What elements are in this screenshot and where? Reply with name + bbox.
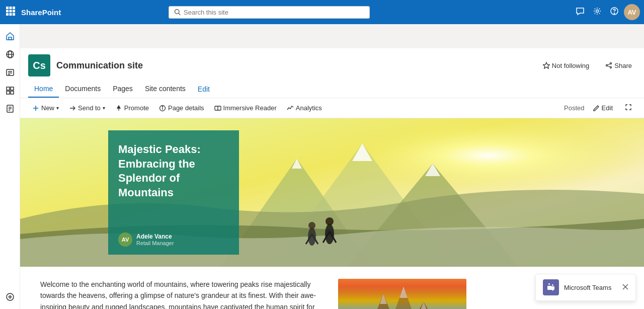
- svg-point-34: [610, 63, 612, 64]
- svg-line-10: [179, 13, 180, 15]
- share-label: Share: [614, 62, 632, 69]
- svg-rect-25: [11, 91, 14, 94]
- author-info: Adele Vance Retail Manager: [136, 233, 174, 246]
- search-input[interactable]: [184, 9, 364, 16]
- nav-item-site-contents[interactable]: Site contents: [139, 81, 192, 98]
- author-avatar: AV: [118, 233, 132, 247]
- svg-point-35: [610, 67, 612, 68]
- svg-rect-4: [10, 10, 12, 12]
- settings-icon[interactable]: [590, 4, 605, 21]
- content-image: [338, 279, 466, 309]
- page-details-button[interactable]: Page details: [155, 102, 208, 114]
- site-title-row: Cs Communication site Not following: [28, 54, 636, 76]
- svg-rect-7: [10, 13, 12, 16]
- svg-rect-24: [7, 91, 10, 94]
- star-icon: [543, 62, 550, 69]
- analytics-label: Analytics: [296, 104, 322, 112]
- nav-item-edit[interactable]: Edit: [192, 81, 216, 97]
- edit-button[interactable]: Edit: [589, 102, 617, 114]
- svg-rect-8: [13, 13, 15, 16]
- send-to-label: Send to: [78, 104, 101, 112]
- site-name: Communication site: [56, 60, 143, 71]
- immersive-reader-button[interactable]: Immersive Reader: [210, 102, 281, 114]
- svg-line-38: [608, 66, 610, 67]
- svg-point-56: [308, 222, 315, 229]
- teams-logo: [543, 279, 559, 295]
- send-icon: [69, 105, 76, 112]
- nav-item-documents[interactable]: Documents: [59, 81, 107, 98]
- svg-rect-2: [13, 7, 15, 9]
- edit-icon: [593, 105, 600, 112]
- hero-card: Majestic Peaks: Embracing the Splendor o…: [108, 130, 239, 255]
- hero-author: AV Adele Vance Retail Manager: [118, 233, 229, 247]
- svg-point-11: [596, 10, 598, 13]
- svg-line-37: [608, 64, 610, 65]
- analytics-icon: [287, 105, 294, 112]
- svg-rect-22: [7, 87, 10, 90]
- promote-icon: [115, 105, 122, 112]
- immersive-reader-label: Immersive Reader: [223, 104, 277, 112]
- svg-rect-1: [10, 7, 12, 9]
- svg-point-60: [326, 217, 334, 225]
- svg-point-44: [162, 106, 163, 107]
- site-header: Cs Communication site Not following: [20, 48, 644, 98]
- reader-icon: [214, 105, 221, 112]
- svg-marker-33: [543, 62, 549, 68]
- hero-title: Majestic Peaks: Embracing the Splendor o…: [118, 142, 229, 200]
- share-icon: [605, 62, 612, 69]
- share-button[interactable]: Share: [601, 60, 636, 71]
- teams-close-button[interactable]: [622, 283, 628, 291]
- page-details-label: Page details: [168, 104, 204, 112]
- posted-label: Posted: [564, 104, 584, 112]
- teams-notification: Microsoft Teams: [535, 274, 636, 301]
- not-following-button[interactable]: Not following: [539, 60, 593, 71]
- sidebar-item-news[interactable]: [2, 64, 18, 81]
- new-button[interactable]: New ▾: [28, 102, 63, 114]
- info-icon: [159, 105, 166, 112]
- waffle-icon[interactable]: [4, 5, 17, 20]
- sidebar-item-add[interactable]: [2, 289, 18, 305]
- promote-button[interactable]: Promote: [111, 102, 153, 114]
- author-role: Retail Manager: [136, 240, 174, 246]
- conversation-icon[interactable]: [573, 4, 588, 21]
- sharepoint-logo: SharePoint: [21, 8, 61, 17]
- sidebar-item-apps[interactable]: [2, 83, 18, 99]
- content-text: Welcome to the enchanting world of mount…: [40, 279, 322, 309]
- svg-point-36: [606, 65, 608, 66]
- main-content: Cs Communication site Not following: [20, 48, 644, 309]
- svg-rect-23: [11, 87, 14, 90]
- site-navigation: Home Documents Pages Site contents Edit: [28, 81, 636, 98]
- search-container: [169, 6, 370, 19]
- plus-icon: [32, 105, 39, 112]
- nav-item-pages[interactable]: Pages: [107, 81, 139, 98]
- new-chevron: ▾: [56, 105, 59, 111]
- teams-label: Microsoft Teams: [564, 284, 611, 291]
- top-navigation-bar: SharePoint AV: [0, 0, 644, 24]
- expand-button[interactable]: [621, 101, 636, 115]
- help-icon[interactable]: [607, 4, 622, 21]
- site-title-left: Cs Communication site: [28, 54, 143, 76]
- svg-rect-69: [338, 279, 466, 309]
- site-title-actions: Not following Share: [539, 60, 636, 71]
- search-icon: [174, 9, 181, 16]
- sidebar-item-sites[interactable]: [2, 46, 18, 62]
- sidebar-item-pages[interactable]: [2, 101, 18, 117]
- left-sidebar: [0, 24, 20, 309]
- sidebar-item-home[interactable]: [2, 28, 18, 44]
- send-to-button[interactable]: Send to ▾: [65, 102, 109, 114]
- svg-point-13: [614, 13, 614, 14]
- svg-point-9: [175, 10, 179, 14]
- author-name: Adele Vance: [136, 233, 174, 240]
- svg-rect-14: [9, 37, 12, 40]
- top-bar-actions: AV: [573, 4, 640, 21]
- svg-rect-0: [6, 7, 9, 9]
- svg-point-55: [308, 227, 316, 246]
- not-following-label: Not following: [552, 62, 589, 69]
- analytics-button[interactable]: Analytics: [283, 102, 326, 114]
- hero-banner: Majestic Peaks: Embracing the Splendor o…: [20, 118, 644, 267]
- content-paragraph-1: Welcome to the enchanting world of mount…: [40, 279, 322, 309]
- user-avatar[interactable]: AV: [624, 4, 640, 20]
- nav-item-home[interactable]: Home: [28, 81, 59, 98]
- svg-rect-3: [6, 10, 9, 12]
- new-label: New: [41, 104, 54, 112]
